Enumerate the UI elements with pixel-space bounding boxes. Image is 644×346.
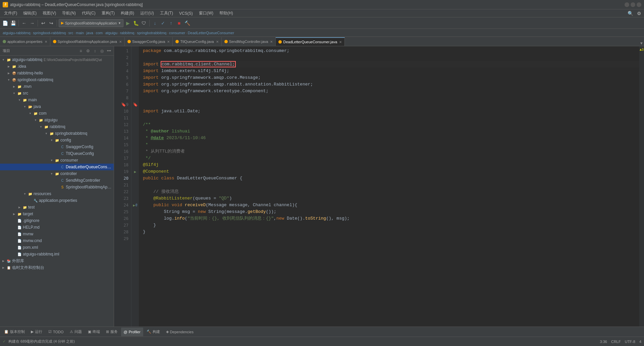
git-push-button[interactable]: ↑ xyxy=(167,19,175,27)
sidebar-item-controller[interactable]: ▼ 📁 controller xyxy=(0,170,114,177)
sidebar-item-com[interactable]: ▼ 📁 com xyxy=(0,110,114,117)
sidebar-item-resources[interactable]: ▼ 📁 resources xyxy=(0,190,114,197)
sidebar-item-mvnw-cmd[interactable]: ▶ 📄 mvnw.cmd xyxy=(0,237,114,244)
bottom-tab-profiler[interactable]: @ Profiler xyxy=(121,328,143,336)
bottom-tab-dependencies[interactable]: ◈ Dependencies xyxy=(163,328,196,336)
bottom-tab-todo[interactable]: ☑ TODO xyxy=(46,328,66,336)
sidebar-item-target[interactable]: ▶ 📁 target xyxy=(0,211,114,217)
menu-refactor[interactable]: 重构(T) xyxy=(99,10,117,17)
bottom-tab-terminal[interactable]: ▣ 终端 xyxy=(85,328,103,336)
breadcrumb-module[interactable]: springboot-rabbitmq xyxy=(33,31,66,35)
sidebar-item-mvnw[interactable]: ▶ 📄 mvnw xyxy=(0,231,114,237)
back-button[interactable]: ← xyxy=(20,19,28,27)
line-separator[interactable]: CRLF xyxy=(611,340,621,344)
sidebar-item-ttl-queue-config[interactable]: ▶ C TtlQueueConfig xyxy=(0,150,114,157)
stop-button[interactable]: ■ xyxy=(175,19,183,27)
sidebar-item-idea[interactable]: ▶ 📁 .idea xyxy=(0,63,114,70)
bottom-tab-problems[interactable]: ⚠ 问题 xyxy=(67,328,85,336)
cursor-position[interactable]: 3:36 xyxy=(600,340,607,344)
tab-ttl-queue-config[interactable]: TtlQueueConfig.java ✕ xyxy=(173,37,221,46)
sidebar-item-swagger-config[interactable]: ▶ C SwaggerConfig xyxy=(0,143,114,150)
breadcrumb-springboot[interactable]: springbotrabbitmq xyxy=(137,31,166,35)
minimize-button[interactable]: ─ xyxy=(625,2,629,7)
menu-view[interactable]: 视图(V) xyxy=(40,10,59,17)
run-config-dropdown[interactable]: ▶ SpringbootRabbitmqApplication ▼ xyxy=(59,19,123,27)
menu-code[interactable]: 代码(C) xyxy=(79,10,98,17)
forward-button[interactable]: → xyxy=(29,19,36,27)
build-project-button[interactable]: 🔨 xyxy=(183,19,191,27)
sidebar-item-springboot-rabbitmq[interactable]: ▼ 📦 springboot-rabbitmq xyxy=(0,76,114,83)
tab-springboot-app[interactable]: SpringbootRabbitmqApplication.java ✕ xyxy=(50,37,125,46)
sidebar-collapse-all[interactable]: ≡ xyxy=(77,48,84,54)
menu-navigate[interactable]: 导航(N) xyxy=(59,10,78,17)
sidebar-item-src[interactable]: ▼ 📁 src xyxy=(0,90,114,97)
sidebar-item-atguigu[interactable]: ▼ 📁 atguigu xyxy=(0,117,114,123)
settings-button[interactable]: ⚙ xyxy=(635,10,643,17)
save-button[interactable]: 💾 xyxy=(9,19,17,27)
menu-file[interactable]: 文件(F) xyxy=(1,10,20,17)
breadcrumb-rabbitmq[interactable]: rabbitmq xyxy=(120,31,135,35)
tab-close-dead-letter-consumer[interactable]: ✕ xyxy=(339,40,342,44)
sidebar-item-rabbitmq-hello[interactable]: ▶ 📦 rabbitmq-hello xyxy=(0,70,114,76)
breadcrumb-root[interactable]: atguigu-rabbitmq xyxy=(3,31,31,35)
debug-button[interactable]: 🐛 xyxy=(132,19,140,27)
sidebar-item-dead-letter-consumer[interactable]: ▶ C DeadLetterQueueConsumer xyxy=(0,164,114,170)
sidebar-locate[interactable]: ◎ xyxy=(99,48,105,54)
breadcrumb-java[interactable]: java xyxy=(87,31,93,35)
menu-vcs[interactable]: VCS(S) xyxy=(176,10,196,16)
undo-button[interactable]: ↩ xyxy=(40,19,47,27)
sidebar-item-rabbitmq[interactable]: ▼ 📁 rabbitmq xyxy=(0,123,114,130)
sidebar-item-root[interactable]: ▼ 📁 atguigu-rabbitmq E:\WorkData\IdeaPro… xyxy=(0,56,114,63)
breadcrumb-atguigu[interactable]: atguigu xyxy=(105,31,117,35)
debug-icon-24[interactable]: @ xyxy=(136,204,137,207)
sidebar-settings[interactable]: ⚙ xyxy=(85,48,91,54)
sidebar-item-mvn[interactable]: ▶ 📁 .mvn xyxy=(0,83,114,90)
tab-close-application-properties[interactable]: ✕ xyxy=(45,40,47,44)
menu-help[interactable]: 帮助(H) xyxy=(217,10,236,17)
redo-button[interactable]: ↪ xyxy=(48,19,55,27)
run-with-coverage-button[interactable]: 🛡 xyxy=(140,19,148,27)
sidebar-item-external-libs[interactable]: ▶ 📚 外部库 xyxy=(0,257,114,264)
git-commit-button[interactable]: ✓ xyxy=(159,19,167,27)
tab-overflow-button[interactable]: ▼ xyxy=(640,41,643,46)
sidebar-item-iml[interactable]: ▶ 📄 atguigu-rabbitmq.iml xyxy=(0,251,114,257)
tab-application-properties[interactable]: application.properties ✕ xyxy=(0,37,50,46)
run-icon-19[interactable]: ▶ xyxy=(134,170,137,174)
breadcrumb-main[interactable]: main xyxy=(76,31,84,35)
breadcrumb-src[interactable]: src xyxy=(68,31,73,35)
sidebar-item-help-md[interactable]: ▶ 📄 HELP.md xyxy=(0,224,114,231)
encoding[interactable]: UTF-8 xyxy=(625,340,635,344)
tab-dead-letter-consumer[interactable]: DeadLetterQueueConsumer.java ✕ xyxy=(276,37,345,46)
code-editor[interactable]: package com.atguigu.rabbitmq.springbotra… xyxy=(139,46,639,327)
sidebar-item-app-class[interactable]: ▶ S SpringbootRabbitmqApplication xyxy=(0,184,114,190)
sidebar-item-app-properties[interactable]: ▶ 🔧 application.properties xyxy=(0,197,114,204)
bottom-tab-services[interactable]: ⊞ 服务 xyxy=(103,328,120,336)
tab-close-ttl-queue-config[interactable]: ✕ xyxy=(216,40,219,44)
tab-send-msg-controller[interactable]: SendMsgController.java ✕ xyxy=(222,37,276,46)
git-update-button[interactable]: ↓ xyxy=(151,19,159,27)
breadcrumb-com[interactable]: com xyxy=(96,31,103,35)
bottom-tab-build[interactable]: 🔨 构建 xyxy=(144,328,163,336)
menu-edit[interactable]: 编辑(E) xyxy=(20,10,39,17)
menu-build[interactable]: 构建(B) xyxy=(118,10,137,17)
sidebar-item-main[interactable]: ▼ 📁 main xyxy=(0,97,114,103)
indent-size[interactable]: 4 xyxy=(639,340,641,344)
tab-close-springboot-app[interactable]: ✕ xyxy=(119,40,122,44)
run-button[interactable]: ▶ xyxy=(124,19,131,27)
tab-close-send-msg-controller[interactable]: ✕ xyxy=(270,40,273,44)
sidebar-item-send-msg-controller[interactable]: ▶ C SendMsgController xyxy=(0,177,114,184)
new-file-button[interactable]: 📄 xyxy=(1,19,9,27)
close-button[interactable]: ✕ xyxy=(637,2,641,7)
bottom-tab-version-control[interactable]: 📋 版本控制 xyxy=(1,328,28,336)
menu-tools[interactable]: 工具(T) xyxy=(157,10,176,17)
run-icon-24[interactable]: ▶ xyxy=(133,203,135,208)
sidebar-item-config[interactable]: ▼ 📁 config xyxy=(0,137,114,143)
tab-swagger-config[interactable]: SwaggerConfig.java ✕ xyxy=(125,37,173,46)
sidebar-item-java[interactable]: ▼ 📂 java xyxy=(0,103,114,110)
sidebar-item-springbotrabbitmq[interactable]: ▼ 📁 springbotrabbitmq xyxy=(0,130,114,137)
breadcrumb-consumer[interactable]: consumer xyxy=(169,31,185,35)
breadcrumb-file[interactable]: DeadLetterQueueConsumer xyxy=(188,31,234,35)
maximize-button[interactable]: □ xyxy=(631,2,635,7)
sidebar-item-pom-xml[interactable]: ▶ 📄 pom.xml xyxy=(0,244,114,251)
sidebar-more[interactable]: ••• xyxy=(106,48,112,54)
